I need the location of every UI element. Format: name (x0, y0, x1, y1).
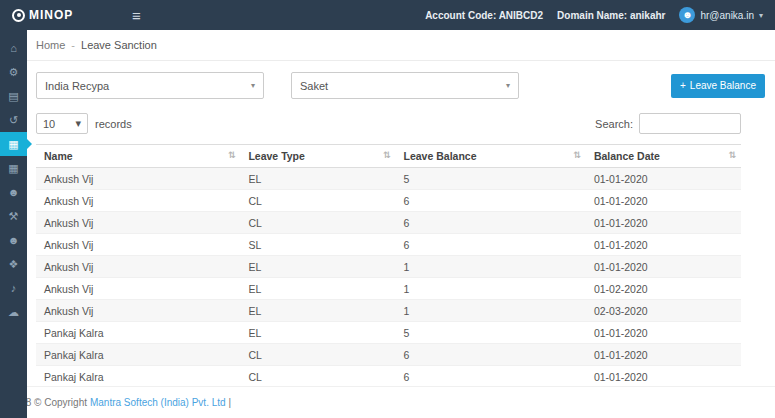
table-cell: EL (240, 278, 395, 300)
table-cell: Pankaj Kalra (36, 344, 240, 366)
table-row[interactable]: Pankaj KalraCL601-01-2020 (36, 366, 741, 388)
sidebar-item-users[interactable]: ☻ (0, 180, 27, 204)
employee-icon: ☻ (8, 234, 20, 246)
column-header[interactable]: Leave Balance⇅ (396, 145, 586, 168)
sort-icon[interactable]: ⇅ (228, 150, 236, 160)
list-controls: 10 ▾ records Search: (36, 113, 741, 134)
chevron-down-icon: ▾ (251, 81, 255, 90)
user-email: hr@anika.in (700, 10, 754, 21)
table-cell: 6 (396, 366, 586, 388)
menu-toggle-icon[interactable]: ≡ (132, 7, 141, 24)
sidebar-item-notifications[interactable]: ♪ (0, 276, 27, 300)
column-header[interactable]: Name⇅ (36, 145, 240, 168)
vendor-link[interactable]: Mantra Softech (India) Pvt. Ltd (90, 397, 226, 408)
table-row[interactable]: Ankush VijSL601-01-2020 (36, 234, 741, 256)
table-cell: 01-01-2020 (586, 190, 741, 212)
records-select-value: 10 (43, 118, 55, 130)
table-cell: Ankush Vij (36, 256, 240, 278)
app-window: MINOP ≡ Account Code: ANIBCD2 Domain Nam… (0, 0, 775, 418)
table-cell: CL (240, 366, 395, 388)
table-cell: Pankaj Kalra (36, 366, 240, 388)
notifications-icon: ♪ (11, 282, 17, 294)
table-row[interactable]: Ankush VijCL601-01-2020 (36, 190, 741, 212)
user-menu[interactable]: ☻ hr@anika.in ▾ (679, 7, 763, 23)
table-cell: 01-02-2020 (586, 278, 741, 300)
sidebar-item-cloud[interactable]: ☁ (0, 300, 27, 324)
sidebar-item-reports[interactable]: ▤ (0, 84, 27, 108)
branch-select-value: Saket (300, 80, 328, 92)
sidebar: ⌂⚙▤↺▦▦☻⚒☻❖♪☁ (0, 30, 27, 418)
table-row[interactable]: Ankush VijCL601-01-2020 (36, 212, 741, 234)
breadcrumb-separator: - (71, 39, 75, 51)
table-cell: Ankush Vij (36, 234, 240, 256)
table-row[interactable]: Ankush VijEL102-03-2020 (36, 300, 741, 322)
table-cell: SL (240, 234, 395, 256)
leave-balance-button-label: Leave Balance (690, 80, 756, 91)
table-cell: Ankush Vij (36, 168, 240, 190)
sort-icon[interactable]: ⇅ (573, 150, 581, 160)
table-row[interactable]: Pankaj KalraCL601-01-2020 (36, 344, 741, 366)
table-cell: 1 (396, 278, 586, 300)
column-label: Balance Date (594, 150, 660, 162)
breadcrumb: Home - Leave Sanction (27, 30, 775, 61)
table-cell: CL (240, 190, 395, 212)
table-cell: 01-01-2020 (586, 234, 741, 256)
chevron-down-icon: ▾ (506, 81, 510, 90)
sidebar-item-share[interactable]: ❖ (0, 252, 27, 276)
table-row[interactable]: Ankush VijEL101-01-2020 (36, 256, 741, 278)
cloud-icon: ☁ (8, 306, 19, 319)
table-cell: EL (240, 168, 395, 190)
table-header-row: Name⇅Leave Type⇅Leave Balance⇅Balance Da… (36, 145, 741, 168)
sidebar-item-tools[interactable]: ⚒ (0, 204, 27, 228)
table-row[interactable]: Pankaj KalraEL501-01-2020 (36, 322, 741, 344)
sidebar-item-employee[interactable]: ☻ (0, 228, 27, 252)
sidebar-item-calendar[interactable]: ▦ (0, 156, 27, 180)
table-cell: EL (240, 256, 395, 278)
table-cell: Ankush Vij (36, 190, 240, 212)
column-header[interactable]: Balance Date⇅ (586, 145, 741, 168)
breadcrumb-home[interactable]: Home (36, 39, 65, 51)
sort-icon[interactable]: ⇅ (728, 150, 736, 160)
sort-icon[interactable]: ⇅ (383, 150, 391, 160)
search-label: Search: (595, 118, 633, 130)
leave-sanction-icon: ▦ (8, 138, 18, 151)
records-per-page-select[interactable]: 10 ▾ (36, 113, 88, 134)
table-cell: 01-01-2020 (586, 322, 741, 344)
topbar: MINOP ≡ Account Code: ANIBCD2 Domain Nam… (0, 0, 775, 30)
table-cell: 01-01-2020 (586, 212, 741, 234)
settings-icon: ⚙ (9, 66, 19, 79)
brand-name: MINOP (29, 8, 73, 22)
company-select[interactable]: India Recypa ▾ (36, 72, 264, 99)
table-cell: EL (240, 300, 395, 322)
column-header[interactable]: Leave Type⇅ (240, 145, 395, 168)
sidebar-item-home[interactable]: ⌂ (0, 36, 27, 60)
footer-separator: | (229, 397, 232, 408)
leave-balance-button[interactable]: + Leave Balance (671, 74, 765, 98)
table-cell: 01-01-2020 (586, 344, 741, 366)
account-code: Account Code: ANIBCD2 (425, 10, 543, 21)
tools-icon: ⚒ (9, 210, 19, 223)
table-cell: Ankush Vij (36, 300, 240, 322)
leave-balance-table: Name⇅Leave Type⇅Leave Balance⇅Balance Da… (36, 144, 741, 388)
table-cell: Pankaj Kalra (36, 322, 240, 344)
table-cell: Ankush Vij (36, 212, 240, 234)
sidebar-item-settings[interactable]: ⚙ (0, 60, 27, 84)
table-cell: 6 (396, 234, 586, 256)
search-input[interactable] (639, 113, 741, 134)
main-content: Home - Leave Sanction India Recypa ▾ Sak… (27, 30, 775, 418)
domain-name: Domain Name: anikahr (557, 10, 665, 21)
table-row[interactable]: Ankush VijEL501-01-2020 (36, 168, 741, 190)
column-label: Leave Type (248, 150, 304, 162)
table-body: Ankush VijEL501-01-2020Ankush VijCL601-0… (36, 168, 741, 388)
sidebar-item-history[interactable]: ↺ (0, 108, 27, 132)
brand-icon (12, 9, 25, 22)
home-icon: ⌂ (10, 42, 17, 54)
brand-logo[interactable]: MINOP (0, 8, 118, 22)
page-title: Leave Sanction (81, 39, 157, 51)
branch-select[interactable]: Saket ▾ (291, 72, 519, 99)
table-cell: 1 (396, 256, 586, 278)
table-row[interactable]: Ankush VijEL101-02-2020 (36, 278, 741, 300)
search-area: Search: (595, 113, 741, 134)
sidebar-item-leave-sanction[interactable]: ▦ (0, 132, 27, 156)
table-cell: 6 (396, 190, 586, 212)
